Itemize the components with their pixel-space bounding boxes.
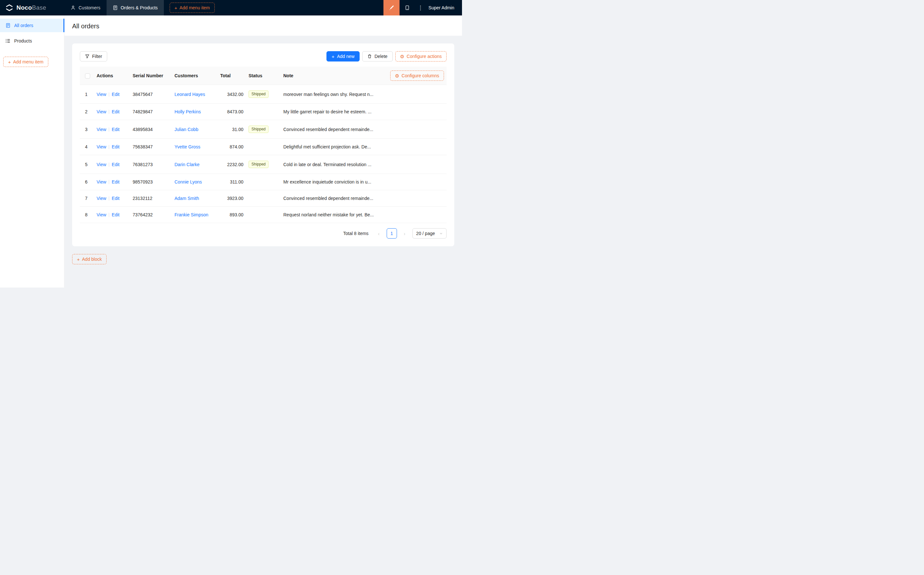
column-header-total: Total [218, 67, 246, 85]
app: NocoBase Customers O [0, 0, 462, 288]
view-link[interactable]: View [97, 162, 106, 167]
view-link[interactable]: View [97, 92, 106, 97]
orders-products-icon [113, 5, 118, 10]
total-cell: 2232.00 [218, 155, 246, 174]
status-badge: Shipped [249, 91, 268, 98]
action-divider [109, 127, 109, 132]
configure-columns-button[interactable]: ⚙ Configure columns [390, 70, 444, 81]
configure-actions-button[interactable]: ⚙ Configure actions [395, 51, 446, 62]
sidebar-item-products[interactable]: Products [0, 34, 64, 48]
user-name[interactable]: Super Admin [426, 0, 462, 16]
edit-link[interactable]: Edit [112, 212, 119, 217]
kebab-menu-icon[interactable]: ⋮ [415, 0, 426, 16]
column-header-serial-number: Serial Number [130, 67, 172, 85]
view-link[interactable]: View [97, 196, 106, 201]
products-list-icon [5, 38, 11, 43]
total-cell: 3923.00 [218, 190, 246, 207]
add-block-button[interactable]: + Add block [72, 254, 106, 264]
filter-icon [85, 54, 89, 59]
logo-text-light: Base [32, 4, 46, 11]
edit-link[interactable]: Edit [112, 196, 119, 201]
total-cell: 31.00 [218, 120, 246, 139]
mobile-preview-button[interactable] [400, 0, 415, 16]
chevron-down-icon [440, 232, 443, 235]
serial-number-cell: 23132112 [130, 190, 172, 207]
all-orders-icon [5, 23, 11, 28]
edit-link[interactable]: Edit [112, 127, 119, 132]
filter-button[interactable]: Filter [80, 51, 107, 62]
serial-number-cell: 75638347 [130, 139, 172, 155]
edit-link[interactable]: Edit [112, 109, 119, 114]
view-link[interactable]: View [97, 144, 106, 149]
column-header-note: Note [281, 67, 381, 85]
note-cell: My little garret repair to desire he est… [281, 104, 381, 120]
row-index: 7 [85, 196, 87, 201]
view-link[interactable]: View [97, 109, 106, 114]
action-divider [109, 110, 109, 114]
edit-link[interactable]: Edit [112, 144, 119, 149]
table-row: 4 ViewEdit 75638347 Yvette Gross 874.00 … [80, 139, 446, 155]
top-nav: Customers Orders & Products + Add menu i… [64, 0, 383, 16]
delete-button[interactable]: Delete [362, 51, 392, 62]
select-all-checkbox[interactable] [85, 73, 90, 79]
customer-link[interactable]: Holly Perkins [175, 109, 201, 114]
customer-link[interactable]: Adam Smith [175, 196, 199, 201]
page-size-select[interactable]: 20 / page [413, 228, 446, 238]
configure-actions-label: Configure actions [406, 54, 442, 59]
view-link[interactable]: View [97, 212, 106, 217]
add-new-button[interactable]: + Add new [327, 51, 360, 62]
add-menu-item-button-header[interactable]: + Add menu item [170, 3, 215, 13]
customer-link[interactable]: Leonard Hayes [175, 92, 205, 97]
table-body: 1 ViewEdit 38475647 Leonard Hayes 3432.0… [80, 85, 446, 223]
row-index: 4 [85, 144, 87, 149]
serial-number-cell: 73764232 [130, 207, 172, 223]
sidebar-item-all-orders[interactable]: All orders [0, 19, 64, 32]
configure-columns-label: Configure columns [402, 73, 439, 78]
action-divider [109, 145, 109, 149]
note-cell: Delightful met sufficient projection ask… [281, 139, 381, 155]
action-divider [109, 92, 109, 97]
row-index: 5 [85, 162, 87, 167]
row-index: 6 [85, 179, 87, 184]
serial-number-cell: 38475647 [130, 85, 172, 104]
status-badge: Shipped [249, 160, 268, 168]
customer-link[interactable]: Darin Clarke [175, 162, 200, 167]
next-page-icon[interactable]: › [400, 228, 410, 238]
shell: All orders Products + Add menu item All … [0, 16, 462, 288]
prev-page-icon[interactable]: ‹ [374, 228, 384, 238]
add-menu-item-label: Add menu item [13, 60, 43, 64]
action-divider [109, 163, 109, 167]
trash-icon [367, 54, 372, 59]
page-header: All orders [64, 16, 462, 36]
table-row: 7 ViewEdit 23132112 Adam Smith 3923.00 C… [80, 190, 446, 207]
page-content: Filter + Add new [64, 36, 462, 288]
note-cell: Mr excellence inquietude conviction is i… [281, 174, 381, 190]
logo-text-bold: Noco [16, 4, 32, 11]
add-menu-item-button-sidebar[interactable]: + Add menu item [3, 57, 48, 67]
view-link[interactable]: View [97, 179, 106, 184]
edit-link[interactable]: Edit [112, 92, 119, 97]
edit-link[interactable]: Edit [112, 179, 119, 184]
page-number-button[interactable]: 1 [387, 228, 397, 238]
customer-link[interactable]: Yvette Gross [175, 144, 200, 149]
view-link[interactable]: View [97, 127, 106, 132]
edit-link[interactable]: Edit [112, 162, 119, 167]
nocobase-logo-icon [5, 3, 14, 12]
customer-link[interactable]: Connie Lyons [175, 179, 202, 184]
top-header: NocoBase Customers O [0, 0, 462, 16]
pagination-total: Total 8 items [343, 231, 368, 236]
column-header-actions: Actions [94, 67, 130, 85]
nav-item-customers[interactable]: Customers [64, 0, 106, 16]
nav-item-orders-products[interactable]: Orders & Products [106, 0, 164, 16]
customer-link[interactable]: Frankie Simpson [175, 212, 208, 217]
table-head: Actions Serial Number Customers Total St… [80, 67, 446, 85]
customer-link[interactable]: Julian Cobb [175, 127, 198, 132]
gear-icon: ⚙ [400, 54, 404, 59]
column-header-status: Status [246, 67, 281, 85]
serial-number-cell: 43895834 [130, 120, 172, 139]
logo-text: NocoBase [16, 4, 46, 11]
sidebar-item-label: Products [14, 38, 32, 43]
tablet-icon [405, 5, 410, 10]
logo[interactable]: NocoBase [0, 0, 64, 16]
ui-editor-button[interactable] [383, 0, 400, 16]
